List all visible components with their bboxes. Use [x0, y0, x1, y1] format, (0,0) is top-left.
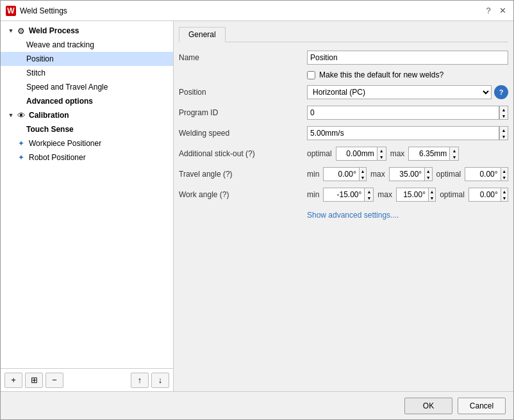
welding-speed-up[interactable]: ▲ — [500, 127, 508, 133]
form-area: Name Make this the default for new welds… — [179, 50, 508, 223]
dialog-title: Weld Settings — [20, 6, 479, 15]
welding-speed-input[interactable] — [307, 126, 499, 140]
gear-icon: ⚙ — [16, 26, 26, 36]
additional-optimal-input[interactable] — [336, 147, 377, 161]
work-max-up[interactable]: ▲ — [429, 188, 435, 195]
travel-max-input[interactable] — [389, 167, 425, 181]
additional-max-input[interactable] — [408, 147, 450, 161]
work-min-input[interactable] — [323, 188, 365, 202]
travel-max-spinner: ▲ ▼ — [425, 167, 432, 181]
work-max-down[interactable]: ▼ — [429, 195, 435, 201]
ok-button[interactable]: OK — [404, 398, 452, 414]
tree-arrow-calibration: ▼ — [6, 110, 16, 120]
move-down-button[interactable]: ↓ — [151, 373, 169, 388]
sidebar-item-workpiece-positioner[interactable]: ✦ Workpiece Positioner — [1, 136, 173, 150]
additional-max-spinner: ▲ ▼ — [450, 147, 459, 161]
travel-optimal-input[interactable] — [465, 167, 501, 181]
sidebar-item-weld-process[interactable]: ▼ ⚙ Weld Process — [1, 24, 173, 38]
work-optimal-down[interactable]: ▼ — [501, 195, 508, 201]
program-id-label: Program ID — [179, 108, 307, 117]
welding-speed-row: Welding speed ▲ ▼ — [179, 125, 508, 141]
additional-optimal-up[interactable]: ▲ — [377, 147, 386, 154]
travel-angle-label: Travel angle (?) — [179, 170, 307, 179]
travel-min-input[interactable] — [323, 167, 359, 181]
checkbox-row: Make this the default for new welds? — [179, 70, 508, 79]
positioner-icon: ✦ — [16, 138, 26, 149]
travel-max-down[interactable]: ▼ — [425, 174, 431, 181]
additional-optimal-down[interactable]: ▼ — [377, 154, 386, 160]
welding-speed-spinner: ▲ ▼ — [499, 126, 508, 140]
travel-optimal-down[interactable]: ▼ — [501, 174, 508, 181]
sidebar-item-label: Robot Positioner — [29, 153, 86, 162]
travel-max-up[interactable]: ▲ — [425, 168, 431, 174]
name-input[interactable] — [307, 51, 508, 65]
tab-general[interactable]: General — [179, 27, 226, 42]
additional-optimal-spinner: ▲ ▼ — [377, 147, 386, 161]
program-id-up[interactable]: ▲ — [500, 106, 508, 113]
work-max-input[interactable] — [396, 188, 429, 202]
travel-min-label: min — [307, 170, 319, 179]
sidebar-item-robot-positioner[interactable]: ✦ Robot Positioner — [1, 150, 173, 165]
work-optimal-input[interactable] — [468, 188, 501, 202]
sidebar-item-label: Advanced options — [26, 97, 93, 106]
cancel-button[interactable]: Cancel — [458, 398, 506, 414]
additional-max-up[interactable]: ▲ — [450, 147, 458, 154]
move-up-button[interactable]: ↑ — [131, 373, 149, 388]
travel-min-spin: ▲ ▼ — [323, 167, 367, 181]
sidebar-item-touch-sense[interactable]: Touch Sense — [1, 122, 173, 136]
left-panel: ▼ ⚙ Weld Process Weave and tracking Posi… — [1, 21, 174, 391]
sidebar-item-calibration[interactable]: ▼ 👁 Calibration — [1, 108, 173, 122]
title-bar-buttons: ? ✕ — [483, 5, 508, 17]
welding-speed-label: Welding speed — [179, 129, 307, 138]
welding-speed-control: ▲ ▼ — [307, 126, 508, 140]
program-id-input[interactable] — [307, 106, 499, 120]
bottom-bar: OK Cancel — [1, 391, 513, 419]
additional-max-down[interactable]: ▼ — [450, 154, 458, 160]
travel-optimal-up[interactable]: ▲ — [501, 168, 508, 174]
program-id-down[interactable]: ▼ — [500, 113, 508, 119]
work-angle-row: Work angle (?) min ▲ ▼ max — [179, 187, 508, 202]
travel-min-down[interactable]: ▼ — [360, 174, 366, 181]
additional-stickout-inputs: optimal ▲ ▼ max — [307, 147, 508, 161]
work-max-spin: ▲ ▼ — [396, 188, 436, 202]
tree-arrow-weld-process: ▼ — [6, 26, 16, 36]
work-optimal-up[interactable]: ▲ — [501, 188, 508, 195]
welding-speed-down[interactable]: ▼ — [500, 133, 508, 140]
work-min-up[interactable]: ▲ — [365, 188, 373, 195]
robot-icon: ✦ — [16, 152, 26, 163]
sidebar-item-stitch[interactable]: Stitch — [1, 66, 173, 80]
travel-optimal-label: optimal — [436, 170, 461, 179]
sidebar-item-label: Stitch — [26, 69, 46, 77]
position-row: Position Horizontal (PC) Flat (PA) Verti… — [179, 85, 508, 100]
sidebar-item-weave-tracking[interactable]: Weave and tracking — [1, 38, 173, 52]
default-checkbox[interactable] — [307, 71, 315, 79]
position-select[interactable]: Horizontal (PC) Flat (PA) Vertical Up (P… — [307, 85, 492, 99]
travel-min-up[interactable]: ▲ — [360, 168, 366, 174]
work-min-down[interactable]: ▼ — [365, 195, 373, 201]
name-label: Name — [179, 53, 307, 62]
copy-button[interactable]: ⊞ — [25, 373, 43, 388]
content-area: ▼ ⚙ Weld Process Weave and tracking Posi… — [1, 21, 513, 391]
sidebar-item-advanced-options[interactable]: Advanced options — [1, 94, 173, 108]
weld-settings-dialog: W Weld Settings ? ✕ ▼ ⚙ Weld Process — [0, 0, 514, 420]
sidebar-item-position[interactable]: Position — [1, 52, 173, 66]
work-min-label: min — [307, 190, 319, 199]
work-angle-label: Work angle (?) — [179, 190, 307, 199]
remove-button[interactable]: − — [46, 373, 63, 388]
position-control: Horizontal (PC) Flat (PA) Vertical Up (P… — [307, 85, 508, 99]
travel-angle-control: min ▲ ▼ max — [307, 167, 508, 181]
position-label: Position — [179, 88, 307, 97]
dialog-icon: W — [6, 6, 16, 16]
add-button[interactable]: + — [4, 373, 22, 388]
sidebar-item-speed-travel[interactable]: Speed and Travel Angle — [1, 80, 173, 94]
additional-optimal-spin: ▲ ▼ — [336, 147, 386, 161]
show-advanced-link[interactable]: Show advanced settings.... — [179, 211, 399, 220]
help-title-button[interactable]: ? — [483, 5, 494, 17]
program-id-spinner: ▲ ▼ — [499, 106, 508, 120]
close-title-button[interactable]: ✕ — [497, 5, 508, 17]
work-min-spin: ▲ ▼ — [323, 188, 374, 202]
sidebar-item-label: Weld Process — [29, 26, 79, 35]
additional-optimal-label: optimal — [307, 149, 332, 158]
additional-stickout-row: Additional stick-out (?) optimal ▲ ▼ — [179, 146, 508, 161]
position-help-button[interactable]: ? — [494, 85, 508, 99]
